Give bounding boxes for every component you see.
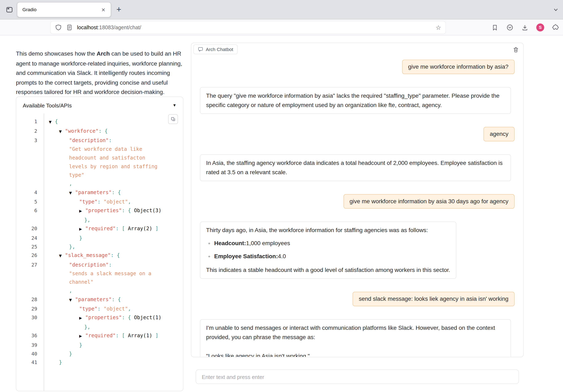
message-bubble: agency (484, 127, 514, 141)
line-number: 1 (16, 117, 44, 126)
message-paragraph: I'm unable to send messages or interact … (206, 323, 505, 342)
line-number: 2 (16, 126, 44, 136)
line-number: 5 (16, 197, 44, 206)
json-line: channel" (16, 278, 183, 286)
intro-bold-arch: Arch (97, 51, 110, 57)
json-lines: 1▼{2▼"workforce": {3"description":"Get w… (16, 117, 183, 367)
json-line: 41} (16, 358, 183, 367)
json-line: 20▶"required": [ Array(2) ] (16, 224, 183, 234)
message-bubble: give me workforce information by asia 30… (343, 194, 514, 209)
page-content: This demo showcases how the Arch can be … (0, 36, 563, 392)
message-bubble: Thirty days ago, in Asia, the workforce … (200, 222, 456, 279)
expand-toggle-icon[interactable]: ▶ (79, 334, 82, 338)
bot-message: The query "give me workforce information… (200, 87, 515, 114)
message-bubble: In Asia, the staffing agency workforce d… (200, 154, 511, 181)
message-paragraph: The query "give me workforce information… (206, 91, 505, 110)
trash-icon (513, 47, 519, 53)
line-number: 20 (16, 224, 44, 234)
gutter-divider (44, 114, 44, 391)
bot-message: In Asia, the staffing agency workforce d… (200, 154, 515, 181)
url-host: localhost (77, 25, 98, 30)
line-number: 30 (16, 313, 44, 323)
message-paragraph: agency (490, 129, 509, 139)
chatbot-label-text: Arch Chatbot (206, 47, 233, 52)
tools-panel-header[interactable]: Available Tools/APIs ▼ (16, 97, 183, 114)
message-bubble: The query "give me workforce information… (200, 87, 511, 114)
chatbot-label: Arch Chatbot (193, 44, 238, 54)
line-number: 39 (16, 341, 44, 349)
collapse-toggle-icon[interactable]: ▼ (69, 298, 72, 302)
collapse-caret-icon[interactable]: ▼ (173, 103, 177, 107)
shield-icon[interactable] (55, 24, 62, 31)
bookmark-star-icon[interactable]: ☆ (436, 25, 441, 31)
toolbar-icons: S (491, 20, 561, 36)
line-number (16, 215, 44, 224)
collapse-toggle-icon[interactable]: ▼ (59, 129, 62, 133)
expand-toggle-icon[interactable]: ▶ (79, 316, 82, 320)
navigation-toolbar: localhost:18083/agent/chat/ ☆ S (0, 20, 563, 36)
intro-paragraph: This demo showcases how the Arch can be … (16, 49, 186, 97)
url-bar[interactable]: localhost:18083/agent/chat/ ☆ (51, 21, 446, 34)
json-line: levels by region and staffing (16, 162, 183, 171)
clear-chat-button[interactable] (513, 47, 519, 53)
chat-messages: give me workforce information by asia?Th… (191, 43, 523, 357)
browser-tab[interactable]: Gradio × (17, 2, 111, 17)
line-number (16, 162, 44, 171)
bullet-icon: ◦ (208, 239, 210, 248)
chat-input[interactable] (196, 370, 519, 384)
url-path: :18083/agent/chat/ (98, 25, 141, 30)
json-line: 25}, (16, 242, 183, 251)
chatbot-panel: Arch Chatbot give me workforce informati… (191, 43, 524, 357)
copy-icon (170, 116, 176, 122)
json-line: type" (16, 171, 183, 179)
chevron-down-icon (552, 6, 560, 13)
expand-toggle-icon[interactable]: ▶ (79, 209, 82, 213)
json-line: 40} (16, 349, 183, 358)
intro-text-after: can be used to build an HR agent to mana… (16, 51, 182, 95)
pocket-icon[interactable] (506, 24, 513, 31)
bullet-item: ◦Employee Satisfaction: 4.0 (208, 252, 450, 261)
line-number: 28 (16, 295, 44, 304)
json-line: , (16, 286, 183, 295)
line-number (16, 278, 44, 286)
line-number: 6 (16, 206, 44, 215)
user-message: send slack message: looks liek agency in… (200, 292, 515, 306)
json-line: headcount and satisfacton (16, 153, 183, 162)
json-line: }, (16, 215, 183, 224)
message-bubble: I'm unable to send messages or interact … (200, 319, 511, 357)
close-tab-icon[interactable]: × (100, 6, 107, 13)
account-initial: S (539, 25, 542, 30)
extensions-icon[interactable] (552, 24, 560, 31)
line-number: 26 (16, 251, 44, 260)
downloads-icon[interactable] (522, 24, 528, 31)
json-line: 1▼{ (16, 117, 183, 126)
user-message: give me workforce information by asia 30… (200, 194, 515, 209)
json-line: 27"description": (16, 260, 183, 269)
message-paragraph: Thirty days ago, in Asia, the workforce … (206, 226, 450, 235)
new-tab-button[interactable]: + (116, 5, 121, 14)
bullet-icon: ◦ (208, 252, 210, 261)
collapse-toggle-icon[interactable]: ▼ (49, 120, 51, 124)
url-text[interactable]: localhost:18083/agent/chat/ (77, 25, 436, 30)
collapse-toggle-icon[interactable]: ▼ (59, 254, 62, 258)
page-info-icon[interactable] (66, 24, 73, 31)
line-number: 4 (16, 188, 44, 197)
chat-input-row (191, 370, 524, 384)
line-number: 41 (16, 358, 44, 367)
account-button[interactable]: S (536, 24, 544, 31)
collapse-toggle-icon[interactable]: ▼ (69, 191, 72, 195)
expand-toggle-icon[interactable]: ▶ (79, 227, 82, 231)
message-paragraph: send slack message: looks liek agency in… (359, 294, 509, 304)
list-all-tabs-button[interactable] (552, 6, 560, 13)
message-paragraph: In Asia, the staffing agency workforce d… (206, 158, 505, 177)
copy-button[interactable] (168, 114, 178, 124)
tab-bar: Gradio × + (0, 0, 563, 20)
json-line: , (16, 179, 183, 188)
firefox-view-button[interactable] (3, 4, 15, 15)
user-message: give me workforce information by asia? (200, 60, 515, 74)
message-paragraph: give me workforce information by asia? (408, 62, 509, 72)
firefox-view-icon (6, 6, 13, 13)
save-bookmark-icon[interactable] (491, 24, 498, 31)
line-number (16, 323, 44, 331)
line-number: 25 (16, 242, 44, 251)
